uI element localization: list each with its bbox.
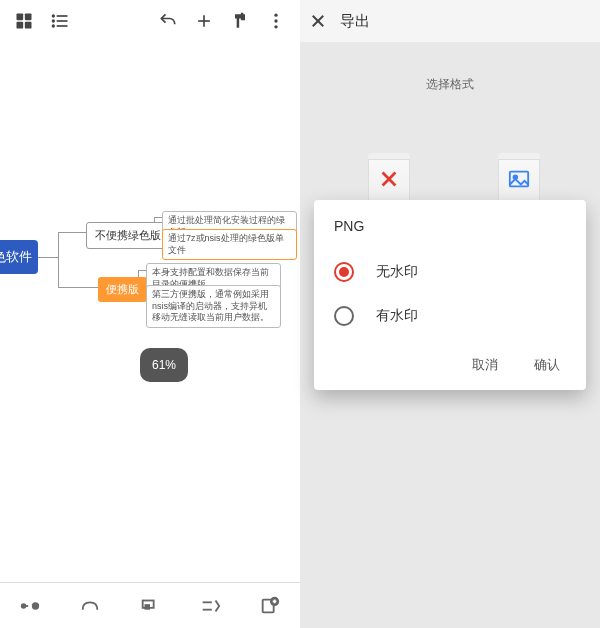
radio-selected-icon xyxy=(334,262,354,282)
export-title: 导出 xyxy=(340,12,370,31)
svg-point-9 xyxy=(53,25,55,27)
mindmap-branch-node[interactable]: 便携版 xyxy=(98,277,147,302)
radio-label: 无水印 xyxy=(376,263,418,281)
close-icon[interactable] xyxy=(308,11,328,31)
grid-view-icon[interactable] xyxy=(8,5,40,37)
format-paint-icon[interactable] xyxy=(224,5,256,37)
list-view-icon[interactable] xyxy=(44,5,76,37)
add-icon[interactable] xyxy=(188,5,220,37)
svg-rect-29 xyxy=(510,172,528,187)
svg-point-7 xyxy=(53,15,55,17)
svg-rect-2 xyxy=(17,22,24,29)
zoom-badge: 61% xyxy=(140,348,188,382)
radio-label: 有水印 xyxy=(376,307,418,325)
more-vert-icon[interactable] xyxy=(260,5,292,37)
boundary-icon[interactable] xyxy=(72,588,108,624)
bottom-toolbar xyxy=(0,582,300,628)
relation-icon[interactable] xyxy=(12,588,48,624)
export-header: 导出 xyxy=(300,0,600,42)
cancel-button[interactable]: 取消 xyxy=(472,356,498,374)
radio-option-no-watermark[interactable]: 无水印 xyxy=(314,250,586,294)
svg-point-12 xyxy=(274,14,277,17)
radio-unselected-icon xyxy=(334,306,354,326)
mindmap-branch-node[interactable]: 不便携绿色版 xyxy=(86,222,170,249)
svg-rect-0 xyxy=(17,14,24,21)
dialog-actions: 取消 确认 xyxy=(314,338,586,390)
add-sheet-icon[interactable] xyxy=(252,588,288,624)
svg-point-8 xyxy=(53,20,55,22)
summary-icon[interactable] xyxy=(132,588,168,624)
svg-point-16 xyxy=(33,603,39,609)
svg-rect-18 xyxy=(145,605,149,609)
dialog-title: PNG xyxy=(314,218,586,250)
mindmap-leaf-node[interactable]: 第三方便携版，通常例如采用nsis编译的启动器，支持异机移动无缝读取当前用户数据… xyxy=(146,285,281,328)
svg-rect-1 xyxy=(25,14,32,21)
svg-point-15 xyxy=(22,604,26,608)
png-options-dialog: PNG 无水印 有水印 取消 确认 xyxy=(314,200,586,390)
undo-icon[interactable] xyxy=(152,5,184,37)
xmind-file-icon xyxy=(368,153,410,205)
png-file-icon xyxy=(498,153,540,205)
mindmap-root-node[interactable]: 色软件 xyxy=(0,240,38,274)
radio-option-with-watermark[interactable]: 有水印 xyxy=(314,294,586,338)
collapse-icon[interactable] xyxy=(192,588,228,624)
mindmap-canvas[interactable]: 色软件 不便携绿色版 便携版 通过批处理简化安装过程的绿色版 通过7z或nsis… xyxy=(0,42,300,582)
svg-point-14 xyxy=(274,25,277,28)
export-subtitle: 选择格式 xyxy=(300,76,600,93)
svg-rect-3 xyxy=(25,22,32,29)
top-toolbar xyxy=(0,0,300,42)
mindmap-leaf-node[interactable]: 通过7z或nsis处理的绿色版单文件 xyxy=(162,229,297,260)
confirm-button[interactable]: 确认 xyxy=(534,356,560,374)
svg-point-13 xyxy=(274,19,277,22)
